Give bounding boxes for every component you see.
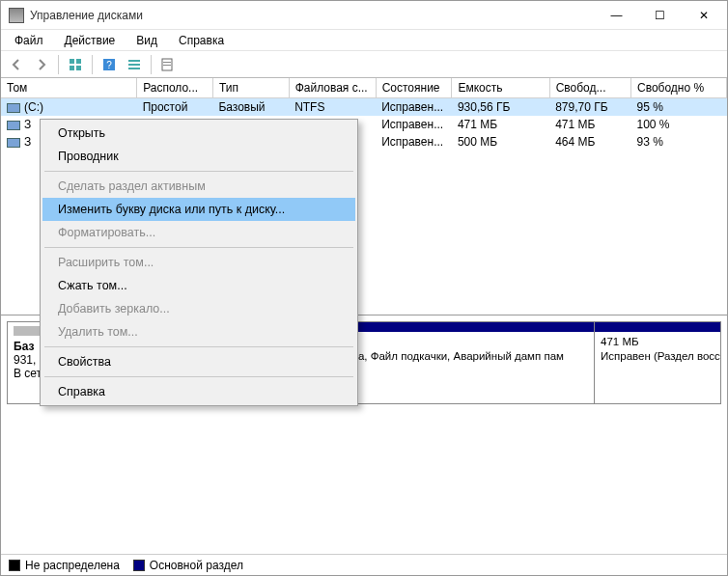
- minimize-button[interactable]: —: [595, 2, 638, 29]
- volume-icon: [7, 103, 20, 113]
- col-fs[interactable]: Файловая с...: [289, 78, 376, 98]
- cell: 471 МБ: [549, 116, 630, 133]
- col-status[interactable]: Состояние: [376, 78, 452, 98]
- cell: Исправен...: [376, 98, 452, 117]
- menubar: Файл Действие Вид Справка: [1, 30, 727, 51]
- swatch-black-icon: [9, 560, 20, 571]
- cell: Простой: [137, 98, 213, 117]
- svg-rect-2: [70, 66, 74, 70]
- context-separator: [44, 376, 353, 377]
- context-item[interactable]: Проводник: [42, 145, 355, 168]
- separator: [151, 55, 152, 74]
- menu-help[interactable]: Справка: [169, 32, 234, 49]
- cell: NTFS: [289, 98, 376, 117]
- cell: 471 МБ: [452, 116, 549, 133]
- cell: Базовый: [212, 98, 289, 117]
- toolbar: ?: [1, 51, 727, 78]
- context-item: Удалить том...: [42, 320, 355, 343]
- context-separator: [44, 247, 353, 248]
- help-icon[interactable]: ?: [98, 54, 121, 75]
- svg-rect-10: [163, 62, 171, 63]
- col-type[interactable]: Тип: [212, 78, 289, 98]
- volume-icon: [7, 121, 20, 130]
- forward-icon[interactable]: [30, 54, 53, 75]
- col-freepct[interactable]: Свободно %: [631, 78, 727, 98]
- separator: [92, 55, 93, 74]
- maximize-button[interactable]: ☐: [638, 2, 682, 29]
- svg-rect-7: [128, 64, 140, 66]
- svg-rect-8: [128, 68, 140, 69]
- context-item: Добавить зеркало...: [42, 297, 355, 320]
- context-item[interactable]: Открыть: [42, 122, 355, 145]
- swatch-navy-icon: [133, 560, 145, 571]
- context-separator: [44, 346, 353, 347]
- cell: 464 МБ: [549, 133, 630, 151]
- svg-rect-6: [128, 60, 140, 62]
- cell: Исправен...: [376, 116, 452, 133]
- context-item: Расширить том...: [42, 251, 355, 274]
- app-icon: [9, 8, 24, 23]
- col-volume[interactable]: Том: [1, 78, 137, 98]
- menu-view[interactable]: Вид: [126, 32, 167, 49]
- context-item[interactable]: Свойства: [42, 350, 355, 373]
- legend-unallocated: Не распределена: [9, 559, 120, 572]
- cell: 95 %: [631, 98, 727, 117]
- svg-rect-1: [76, 59, 81, 64]
- list-icon[interactable]: [123, 54, 146, 75]
- volume-icon: [7, 138, 20, 148]
- svg-rect-11: [163, 65, 171, 66]
- cell: 879,70 ГБ: [549, 98, 630, 117]
- cell: (C:): [1, 98, 137, 117]
- menu-action[interactable]: Действие: [55, 32, 126, 49]
- table-row[interactable]: (C:)ПростойБазовыйNTFSИсправен...930,56 …: [1, 98, 727, 117]
- table-header-row: Том Располо... Тип Файловая с... Состоян…: [1, 78, 727, 98]
- close-button[interactable]: ✕: [682, 2, 725, 29]
- partition-bar: [595, 322, 720, 332]
- context-item[interactable]: Справка: [42, 380, 355, 403]
- cell: 93 %: [631, 133, 727, 151]
- cell: Исправен...: [376, 133, 452, 151]
- legend-primary: Основной раздел: [133, 559, 243, 572]
- disk-name: Баз: [14, 340, 34, 353]
- cell: 930,56 ГБ: [452, 98, 549, 117]
- col-capacity[interactable]: Емкость: [452, 78, 549, 98]
- cell: 500 МБ: [452, 133, 549, 151]
- context-item[interactable]: Изменить букву диска или путь к диску...: [42, 198, 355, 221]
- window-title: Управление дисками: [30, 9, 595, 22]
- context-item: Форматировать...: [42, 221, 355, 244]
- partition-text: 471 МБИсправен (Раздел восста: [595, 332, 720, 367]
- context-separator: [44, 171, 353, 172]
- titlebar: Управление дисками — ☐ ✕: [1, 1, 727, 30]
- svg-rect-0: [70, 59, 74, 64]
- svg-rect-3: [76, 66, 81, 70]
- separator: [58, 55, 59, 74]
- grid-icon[interactable]: [64, 54, 87, 75]
- context-item[interactable]: Сжать том...: [42, 274, 355, 297]
- legend: Не распределена Основной раздел: [1, 554, 727, 575]
- menu-file[interactable]: Файл: [5, 32, 53, 49]
- context-menu: ОткрытьПроводникСделать раздел активнымИ…: [40, 119, 358, 406]
- col-layout[interactable]: Располо...: [137, 78, 213, 98]
- partition[interactable]: 471 МБИсправен (Раздел восста: [595, 322, 720, 403]
- back-icon[interactable]: [5, 54, 28, 75]
- svg-text:?: ?: [106, 60, 112, 70]
- properties-icon[interactable]: [156, 54, 180, 75]
- col-free[interactable]: Свобод...: [549, 78, 630, 98]
- context-item: Сделать раздел активным: [42, 175, 355, 198]
- cell: 100 %: [631, 116, 727, 133]
